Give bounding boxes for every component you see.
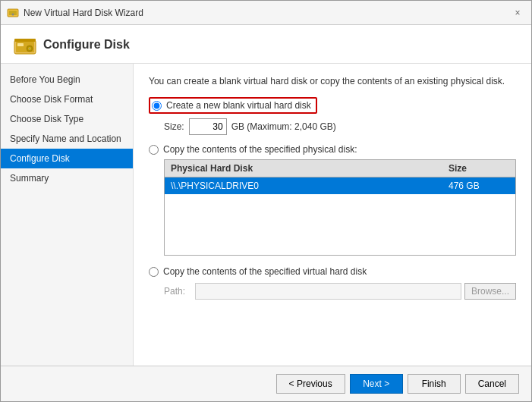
sidebar-item-choose-disk-format[interactable]: Choose Disk Format	[1, 90, 133, 109]
copy-physical-option: Copy the contents of the specified physi…	[149, 144, 516, 155]
header-area: Configure Disk	[1, 25, 531, 64]
copy-vhd-section: Copy the contents of the specified virtu…	[149, 266, 516, 300]
disk-table-col-name: Physical Hard Disk	[171, 163, 449, 174]
title-bar-text: New Virtual Hard Disk Wizard	[24, 8, 510, 18]
close-button[interactable]: ×	[510, 5, 525, 20]
title-bar-icon	[7, 7, 19, 19]
next-button[interactable]: Next >	[350, 374, 403, 394]
main-content: You can create a blank virtual hard disk…	[134, 64, 531, 366]
browse-button: Browse...	[464, 283, 516, 300]
sidebar: Before You Begin Choose Disk Format Choo…	[1, 64, 134, 366]
sidebar-item-before-you-begin[interactable]: Before You Begin	[1, 70, 133, 90]
copy-vhd-option: Copy the contents of the specified virtu…	[149, 266, 516, 277]
size-unit: GB (Maximum: 2,040 GB)	[231, 121, 336, 132]
sidebar-item-specify-name-location[interactable]: Specify Name and Location	[1, 129, 133, 149]
footer: < Previous Next > Finish Cancel	[1, 366, 531, 401]
path-row: Path: Browse...	[164, 283, 516, 300]
disk-table: Physical Hard Disk Size \\.\PHYSICALDRIV…	[164, 159, 516, 256]
create-new-disk-group: Create a new blank virtual hard disk Siz…	[149, 97, 516, 135]
copy-vhd-radio[interactable]	[149, 267, 159, 277]
header-disk-icon	[13, 34, 34, 55]
path-label: Path:	[164, 286, 190, 297]
size-label: Size:	[164, 121, 184, 132]
svg-rect-5	[17, 43, 24, 46]
disk-name-cell: \\.\PHYSICALDRIVE0	[171, 181, 449, 191]
page-title: Configure Disk	[43, 38, 130, 52]
title-bar: New Virtual Hard Disk Wizard ×	[1, 1, 531, 25]
sidebar-item-configure-disk[interactable]: Configure Disk	[1, 149, 133, 168]
svg-point-2	[12, 13, 14, 15]
finish-button[interactable]: Finish	[408, 374, 461, 394]
create-new-disk-radio[interactable]	[152, 101, 162, 111]
disk-table-row[interactable]: \\.\PHYSICALDRIVE0 476 GB	[165, 177, 515, 194]
copy-physical-section: Copy the contents of the specified physi…	[149, 144, 516, 256]
disk-table-empty-space	[165, 194, 515, 255]
copy-vhd-label: Copy the contents of the specified virtu…	[163, 266, 367, 277]
description-text: You can create a blank virtual hard disk…	[149, 76, 516, 86]
disk-table-col-size: Size	[449, 163, 509, 174]
previous-button[interactable]: < Previous	[276, 374, 345, 394]
copy-physical-radio[interactable]	[149, 145, 159, 155]
wizard-window: New Virtual Hard Disk Wizard × Configure…	[0, 0, 532, 402]
disk-size-cell: 476 GB	[449, 181, 509, 191]
cancel-button[interactable]: Cancel	[465, 374, 519, 394]
disk-table-header: Physical Hard Disk Size	[165, 160, 515, 177]
sidebar-item-summary[interactable]: Summary	[1, 168, 133, 188]
path-input	[195, 283, 461, 300]
size-row: Size: GB (Maximum: 2,040 GB)	[164, 118, 516, 135]
svg-point-8	[29, 48, 30, 49]
create-new-disk-option: Create a new blank virtual hard disk	[149, 97, 516, 114]
sidebar-item-choose-disk-type[interactable]: Choose Disk Type	[1, 109, 133, 129]
size-input[interactable]	[189, 118, 227, 135]
content-area: Before You Begin Choose Disk Format Choo…	[1, 64, 531, 366]
copy-physical-label: Copy the contents of the specified physi…	[163, 144, 357, 155]
create-new-disk-label: Create a new blank virtual hard disk	[166, 100, 311, 111]
highlighted-radio-option: Create a new blank virtual hard disk	[149, 97, 317, 114]
svg-rect-9	[14, 39, 36, 42]
